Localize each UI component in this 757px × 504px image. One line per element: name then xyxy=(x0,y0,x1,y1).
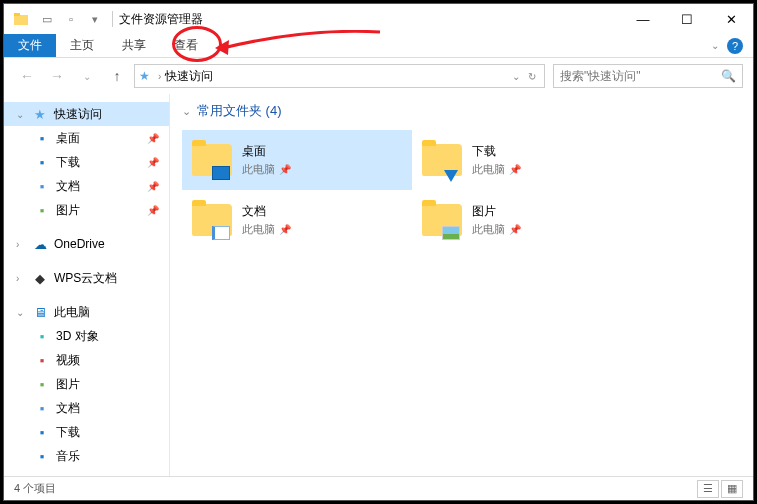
chevron-down-icon[interactable]: ⌄ xyxy=(16,109,26,120)
up-button[interactable]: ↑ xyxy=(104,63,130,89)
sidebar-item-label: 图片 xyxy=(56,202,80,219)
sidebar-onedrive[interactable]: › ☁ OneDrive xyxy=(4,232,169,256)
folder-icon: ▪ xyxy=(34,328,50,344)
expand-ribbon-icon[interactable]: ⌄ xyxy=(711,40,719,51)
chevron-down-icon[interactable]: ⌄ xyxy=(16,307,26,318)
qat-dropdown-icon[interactable]: ▾ xyxy=(84,8,106,30)
sidebar-item[interactable]: ▪文档 xyxy=(4,396,169,420)
sidebar-item-label: 下载 xyxy=(56,424,80,441)
content-pane: ⌄ 常用文件夹 (4) 桌面此电脑📌下载此电脑📌文档此电脑📌图片此电脑📌 xyxy=(170,94,753,476)
document-icon: ▪ xyxy=(34,178,50,194)
sidebar-label: 快速访问 xyxy=(54,106,102,123)
folder-tiles: 桌面此电脑📌下载此电脑📌文档此电脑📌图片此电脑📌 xyxy=(182,130,741,250)
window-controls: ― ☐ ✕ xyxy=(621,4,753,34)
sidebar-item[interactable]: ▪图片📌 xyxy=(4,198,169,222)
tab-share[interactable]: 共享 xyxy=(108,34,160,57)
sidebar-item[interactable]: ▪文档📌 xyxy=(4,174,169,198)
chevron-right-icon[interactable]: › xyxy=(158,71,161,82)
icons-view-button[interactable]: ▦ xyxy=(721,480,743,498)
forward-button[interactable]: → xyxy=(44,63,70,89)
picture-icon: ▪ xyxy=(34,202,50,218)
qat-new-icon[interactable]: ▫ xyxy=(60,8,82,30)
close-button[interactable]: ✕ xyxy=(709,4,753,34)
folder-icon: ▪ xyxy=(34,376,50,392)
folder-icon: ▪ xyxy=(34,448,50,464)
tile-location: 此电脑📌 xyxy=(472,222,521,237)
ribbon-tabs: 文件 主页 共享 查看 ⌄ ? xyxy=(4,34,753,58)
pin-icon: 📌 xyxy=(147,181,159,192)
folder-icon xyxy=(420,198,464,242)
sidebar-item[interactable]: ▪3D 对象 xyxy=(4,324,169,348)
sidebar-quick-access[interactable]: ⌄ ★ 快速访问 xyxy=(4,102,169,126)
tab-home[interactable]: 主页 xyxy=(56,34,108,57)
folder-icon: ▪ xyxy=(34,400,50,416)
breadcrumb[interactable]: 快速访问 xyxy=(165,68,213,85)
back-button[interactable]: ← xyxy=(14,63,40,89)
address-bar[interactable]: ★ › 快速访问 ⌄ ↻ xyxy=(134,64,545,88)
tile-name: 桌面 xyxy=(242,143,291,160)
qat-properties-icon[interactable]: ▭ xyxy=(36,8,58,30)
sidebar-item[interactable]: ▪下载📌 xyxy=(4,150,169,174)
search-input[interactable] xyxy=(560,69,721,83)
tile-name: 文档 xyxy=(242,203,291,220)
sidebar-item-label: 下载 xyxy=(56,154,80,171)
group-header[interactable]: ⌄ 常用文件夹 (4) xyxy=(182,102,741,120)
folder-icon xyxy=(190,138,234,182)
sidebar-item[interactable]: ▪图片 xyxy=(4,372,169,396)
sidebar-item[interactable]: ▪视频 xyxy=(4,348,169,372)
sidebar-item-label: 视频 xyxy=(56,352,80,369)
maximize-button[interactable]: ☐ xyxy=(665,4,709,34)
folder-tile[interactable]: 图片此电脑📌 xyxy=(412,190,642,250)
sidebar-label: OneDrive xyxy=(54,237,105,251)
sidebar-item[interactable]: ▪下载 xyxy=(4,420,169,444)
tile-location: 此电脑📌 xyxy=(472,162,521,177)
sidebar-item[interactable]: ▪桌面📌 xyxy=(4,126,169,150)
navigation-pane: ⌄ ★ 快速访问 ▪桌面📌▪下载📌▪文档📌▪图片📌 › ☁ OneDrive ›… xyxy=(4,94,170,476)
tile-name: 下载 xyxy=(472,143,521,160)
quick-access-star-icon: ★ xyxy=(139,69,150,83)
folder-tile[interactable]: 下载此电脑📌 xyxy=(412,130,642,190)
search-box[interactable]: 🔍 xyxy=(553,64,743,88)
explorer-window: ▭ ▫ ▾ 文件资源管理器 ― ☐ ✕ 文件 主页 共享 查看 ⌄ ? ← → … xyxy=(3,3,754,501)
chevron-right-icon[interactable]: › xyxy=(16,239,26,250)
pin-icon: 📌 xyxy=(279,224,291,235)
tab-view[interactable]: 查看 xyxy=(160,34,212,57)
folder-tile[interactable]: 文档此电脑📌 xyxy=(182,190,412,250)
address-dropdown-icon[interactable]: ⌄ xyxy=(508,71,524,82)
sidebar-this-pc[interactable]: ⌄ 🖥 此电脑 xyxy=(4,300,169,324)
chevron-down-icon[interactable]: ⌄ xyxy=(182,105,191,118)
details-view-button[interactable]: ☰ xyxy=(697,480,719,498)
quick-access-toolbar: ▭ ▫ ▾ xyxy=(36,8,106,30)
status-bar: 4 个项目 ☰ ▦ xyxy=(4,476,753,500)
titlebar: ▭ ▫ ▾ 文件资源管理器 ― ☐ ✕ xyxy=(4,4,753,34)
tile-location: 此电脑📌 xyxy=(242,222,291,237)
divider xyxy=(112,11,113,27)
pin-icon: 📌 xyxy=(509,164,521,175)
help-icon[interactable]: ? xyxy=(727,38,743,54)
chevron-right-icon[interactable]: › xyxy=(16,273,26,284)
star-icon: ★ xyxy=(32,106,48,122)
tile-name: 图片 xyxy=(472,203,521,220)
tile-location: 此电脑📌 xyxy=(242,162,291,177)
folder-icon xyxy=(190,198,234,242)
folder-tile[interactable]: 桌面此电脑📌 xyxy=(182,130,412,190)
sidebar-item-label: 3D 对象 xyxy=(56,328,99,345)
refresh-icon[interactable]: ↻ xyxy=(524,71,540,82)
search-icon[interactable]: 🔍 xyxy=(721,69,736,83)
body: ⌄ ★ 快速访问 ▪桌面📌▪下载📌▪文档📌▪图片📌 › ☁ OneDrive ›… xyxy=(4,94,753,476)
folder-icon: ▪ xyxy=(34,352,50,368)
sidebar-item-label: 桌面 xyxy=(56,130,80,147)
folder-icon xyxy=(420,138,464,182)
recent-dropdown-icon[interactable]: ⌄ xyxy=(74,63,100,89)
group-title: 常用文件夹 (4) xyxy=(197,102,282,120)
minimize-button[interactable]: ― xyxy=(621,4,665,34)
sidebar-item-label: 图片 xyxy=(56,376,80,393)
folder-icon: ▪ xyxy=(34,424,50,440)
sidebar-wps[interactable]: › ◆ WPS云文档 xyxy=(4,266,169,290)
sidebar-item[interactable]: ▪音乐 xyxy=(4,444,169,468)
pin-icon: 📌 xyxy=(279,164,291,175)
tab-file[interactable]: 文件 xyxy=(4,34,56,57)
pin-icon: 📌 xyxy=(147,133,159,144)
pin-icon: 📌 xyxy=(147,205,159,216)
sidebar-label: 此电脑 xyxy=(54,304,90,321)
